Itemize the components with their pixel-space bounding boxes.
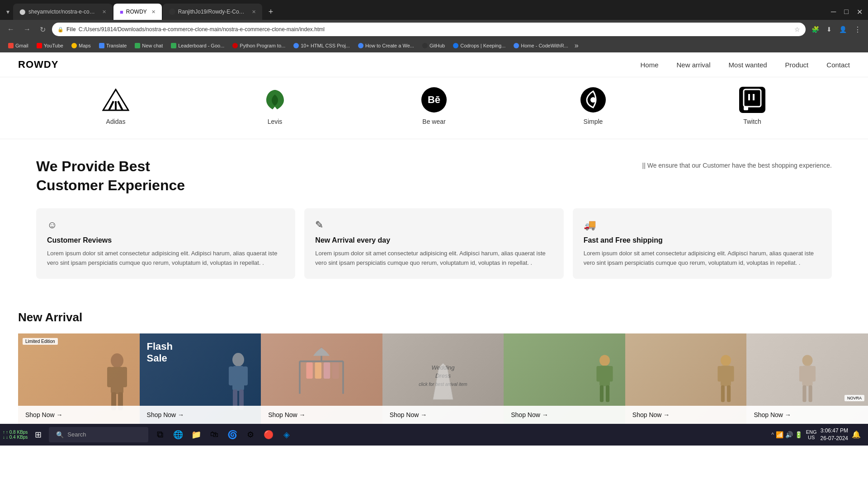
reload-btn[interactable]: ↻ [37, 23, 48, 36]
shop-btn-3[interactable]: Shop Now → [261, 406, 382, 424]
shop-btn-5[interactable]: Shop Now → [504, 406, 625, 424]
site-logo: ROWDY [18, 59, 58, 70]
bookmark-maps[interactable]: Maps [68, 42, 94, 50]
taskbar-app-settings[interactable]: ⚙ [242, 427, 259, 443]
svg-rect-33 [599, 366, 610, 386]
shop-btn-1[interactable]: Shop Now → [18, 406, 140, 424]
taskbar-clock[interactable]: 3:06:47 PM 26-07-2024 [821, 427, 848, 442]
site-navigation: ROWDY Home New arrival Most wanted Produ… [0, 52, 868, 77]
bookmark-chat[interactable]: New chat [131, 42, 166, 50]
bookmark-leaderboard[interactable]: Leaderboard - Goo... [167, 42, 228, 50]
search-icon: 🔍 [56, 431, 64, 438]
svg-rect-45 [802, 366, 812, 386]
taskbar-app-explorer[interactable]: 📁 [188, 427, 204, 443]
flash-sale-text: FlashSale [147, 341, 173, 365]
bookmark-youtube[interactable]: YouTube [33, 42, 67, 50]
shop-btn-4[interactable]: Shop Now → [382, 406, 504, 424]
close-btn[interactable]: ✕ [855, 6, 864, 18]
taskbar-app-media[interactable]: 🔴 [260, 427, 277, 443]
tab-title-1: sheyamvictor/nostra-e-comme... [28, 9, 98, 15]
store-icon: 🛍 [210, 430, 218, 439]
bookmark-github[interactable]: GitHub [419, 42, 448, 50]
new-tab-btn[interactable]: + [265, 5, 277, 19]
nav-new-arrival[interactable]: New arrival [677, 61, 711, 69]
nav-contact[interactable]: Contact [826, 61, 850, 69]
shop-btn-2[interactable]: Shop Now → [140, 406, 261, 424]
brand-simple: Simple [580, 86, 607, 125]
svg-rect-40 [718, 366, 722, 382]
address-bar[interactable]: 🔒 File C:/Users/91814/Downloads/nostra-e… [52, 23, 806, 36]
taskbar-app-chrome[interactable]: 🌐 [170, 427, 186, 443]
tab-close-1[interactable]: ✕ [102, 9, 106, 15]
value-card-arrival: ✎ New Arrival every day Lorem ipsum dolo… [304, 208, 563, 279]
download-btn[interactable]: ⬇ [824, 24, 834, 34]
svg-rect-35 [609, 366, 613, 382]
bookmark-star-icon[interactable]: ☆ [794, 26, 800, 33]
levis-icon [261, 86, 288, 113]
browser-toolbar: ← → ↻ 🔒 File C:/Users/91814/Downloads/no… [0, 20, 868, 39]
nav-most-wanted[interactable]: Most wanted [729, 61, 767, 69]
value-card-shipping: 🚚 Fast and Free shipping Lorem ipsum dol… [573, 208, 832, 279]
upload-speed: ↑ ↑ 0.8 KBps [3, 430, 28, 435]
tab-close-2[interactable]: ✕ [151, 9, 156, 15]
svg-rect-29 [315, 362, 321, 379]
svg-rect-15 [107, 367, 113, 387]
svg-rect-14 [111, 367, 123, 394]
toolbar-icons: 🧩 ⬇ 👤 ⋮ [809, 24, 863, 35]
brand-name-simple: Simple [584, 118, 603, 125]
lang-region: US [806, 435, 817, 440]
nav-product[interactable]: Product [785, 61, 809, 69]
tab-title-2: ROWDY [126, 9, 147, 15]
minimize-btn[interactable]: ─ [829, 6, 838, 18]
taskbar-app-code[interactable]: ◈ [278, 427, 295, 443]
tab-github-rowdy[interactable]: RanjithJo19/Rowdy-E-Com-We... ✕ [163, 4, 262, 20]
forward-btn[interactable]: → [21, 23, 33, 35]
nav-home[interactable]: Home [641, 61, 659, 69]
taskbar-app-edge[interactable]: 🌀 [224, 427, 241, 443]
tab-rowdy[interactable]: ■ ROWDY ✕ [113, 4, 162, 20]
bookmark-translate[interactable]: Translate [95, 42, 130, 50]
notifications-btn[interactable]: 🔔 [852, 430, 861, 439]
tab-dropdown-btn[interactable]: ▾ [4, 6, 12, 17]
maximize-btn[interactable]: □ [842, 6, 850, 18]
brand-adidas: Adidas [102, 86, 129, 125]
bookmark-python[interactable]: Python Program to... [229, 42, 289, 50]
bookmarks-more-btn[interactable]: » [575, 42, 579, 50]
shop-btn-6[interactable]: Shop Now → [625, 406, 747, 424]
bookmark-codrops[interactable]: Codrops | Keeping... [449, 42, 509, 50]
brand-bewear: Bē Be wear [420, 86, 448, 125]
battery-icon: 🔋 [795, 431, 802, 438]
bookmark-favicon-codrops [453, 43, 458, 48]
svg-point-32 [599, 355, 610, 366]
bookmarks-bar: Gmail YouTube Maps Translate New chat Le… [0, 39, 868, 52]
back-btn[interactable]: ← [5, 23, 17, 35]
svg-rect-48 [802, 385, 806, 402]
bookmark-how-to[interactable]: How to Create a We... [354, 42, 418, 50]
start-button[interactable]: ⊞ [29, 426, 47, 443]
url-text: C:/Users/91814/Downloads/nostra-e-commer… [79, 26, 792, 33]
taskbar-search[interactable]: 🔍 Search [49, 427, 148, 442]
taskbar-app-store[interactable]: 🛍 [206, 427, 222, 443]
taskbar: ↑ ↑ 0.8 KBps ↓ ↓ 0.4 KBps ⊞ 🔍 Search ⧉ 🌐… [0, 424, 868, 446]
value-cards: ☺ Customer Reviews Lorem ipsum dolor sit… [36, 208, 832, 279]
tab-github-nostra[interactable]: ⬤ sheyamvictor/nostra-e-comme... ✕ [13, 4, 113, 20]
shop-btn-7[interactable]: Shop Now → [746, 406, 868, 424]
tab-favicon-3 [169, 9, 175, 15]
product-card-1: Limited Edition Shop Now → [18, 333, 140, 424]
menu-btn[interactable]: ⋮ [852, 24, 863, 35]
tab-close-3[interactable]: ✕ [252, 9, 256, 15]
svg-rect-49 [808, 385, 812, 402]
reviews-title: Customer Reviews [47, 236, 284, 244]
bookmark-home[interactable]: Home - CodeWithR... [510, 42, 572, 50]
download-speed: ↓ ↓ 0.4 KBps [3, 435, 28, 440]
bookmark-html[interactable]: 10+ HTML CSS Proj... [290, 42, 354, 50]
chevron-up-btn[interactable]: ^ [771, 432, 774, 438]
svg-rect-37 [606, 385, 609, 402]
bookmark-label-maps: Maps [79, 43, 91, 48]
new-arrival-title: New Arrival [18, 310, 868, 324]
bewear-icon: Bē [420, 86, 448, 113]
profile-btn[interactable]: 👤 [837, 24, 849, 34]
taskbar-app-widgets[interactable]: ⧉ [152, 427, 168, 443]
bookmark-gmail[interactable]: Gmail [5, 42, 32, 50]
extensions-btn[interactable]: 🧩 [809, 24, 821, 34]
